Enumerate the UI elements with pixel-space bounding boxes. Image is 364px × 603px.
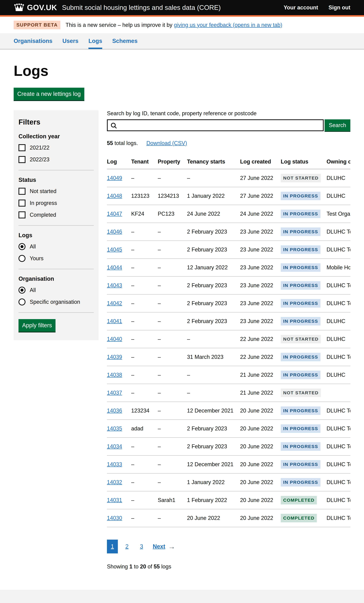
- owning-organisation-cell: [327, 384, 350, 402]
- status-badge: IN PROGRESS: [281, 263, 320, 272]
- owning-organisation-cell: DLUHC Tes: [327, 438, 350, 455]
- service-name-link[interactable]: Submit social housing lettings and sales…: [62, 4, 221, 11]
- tenancy-starts-cell: 12 December 2021: [187, 402, 240, 420]
- pagination: 123Next→: [107, 540, 350, 553]
- log-link-14036[interactable]: 14036: [107, 407, 122, 414]
- radio-organisation-specific-organisation[interactable]: Specific organisation: [19, 299, 94, 305]
- table-row: 14047KF24PC12324 June 202224 June 2022IN…: [107, 205, 350, 223]
- log-link-14039[interactable]: 14039: [107, 354, 122, 360]
- radio-input[interactable]: [19, 243, 25, 250]
- radio-input[interactable]: [19, 287, 25, 294]
- option-label: Not started: [30, 188, 56, 194]
- checkbox-collection-year-2021-22[interactable]: 2021/22: [19, 144, 94, 151]
- radio-input[interactable]: [19, 255, 25, 262]
- table-row: 14046––2 February 202323 June 2022IN PRO…: [107, 223, 350, 241]
- tenant-cell: –: [131, 277, 158, 294]
- apply-filters-button[interactable]: Apply filters: [19, 319, 56, 332]
- filter-group-label-collection-year: Collection year: [19, 133, 94, 140]
- tab-logs[interactable]: Logs: [88, 33, 102, 49]
- log-link-14048[interactable]: 14048: [107, 193, 122, 199]
- log-link-14046[interactable]: 14046: [107, 229, 122, 235]
- tenant-cell: adad: [131, 420, 158, 438]
- filters-divider: [19, 225, 94, 226]
- column-header-owning-or: Owning or: [327, 156, 350, 169]
- radio-input[interactable]: [19, 299, 25, 305]
- page-link-2[interactable]: 2: [121, 540, 132, 553]
- property-cell: –: [158, 169, 187, 187]
- next-page-link[interactable]: Next: [153, 543, 165, 550]
- checkbox-input[interactable]: [19, 188, 25, 195]
- checkbox-input[interactable]: [19, 211, 25, 218]
- log-link-14033[interactable]: 14033: [107, 461, 122, 467]
- log-link-14043[interactable]: 14043: [107, 282, 122, 289]
- your-account-link[interactable]: Your account: [284, 4, 318, 11]
- owning-organisation-cell: DLUHC Tes: [327, 294, 350, 312]
- log-link-14035[interactable]: 14035: [107, 425, 122, 432]
- page-link-3[interactable]: 3: [136, 540, 147, 553]
- log-link-14038[interactable]: 14038: [107, 372, 122, 378]
- search-input[interactable]: [108, 120, 323, 130]
- log-link-14032[interactable]: 14032: [107, 479, 122, 485]
- results-section: Search by log ID, tenant code, property …: [107, 110, 350, 575]
- log-created-cell: 20 June 2022: [240, 509, 281, 527]
- tenant-cell: –: [131, 312, 158, 330]
- tenant-cell: –: [131, 491, 158, 509]
- log-link-14037[interactable]: 14037: [107, 390, 122, 396]
- tenant-cell: –: [131, 241, 158, 259]
- sign-out-link[interactable]: Sign out: [329, 4, 350, 11]
- radio-organisation-all[interactable]: All: [19, 287, 94, 294]
- search-button[interactable]: Search: [325, 119, 350, 131]
- checkbox-input[interactable]: [19, 144, 25, 151]
- status-badge: NOT STARTED: [281, 174, 321, 182]
- checkbox-input[interactable]: [19, 200, 25, 207]
- tenant-cell: –: [131, 366, 158, 384]
- owning-organisation-cell: DLUHC: [327, 187, 350, 205]
- tenancy-starts-cell: 24 June 2022: [187, 205, 240, 223]
- radio-logs-all[interactable]: All: [19, 243, 94, 250]
- create-lettings-log-button[interactable]: Create a new lettings log: [14, 88, 84, 100]
- download-csv-link[interactable]: Download (CSV): [146, 140, 187, 146]
- log-link-14031[interactable]: 14031: [107, 497, 122, 503]
- table-row: 14044––12 January 202223 June 2022IN PRO…: [107, 259, 350, 277]
- tab-organisations[interactable]: Organisations: [14, 33, 52, 49]
- page-link-1[interactable]: 1: [107, 540, 118, 553]
- log-link-14042[interactable]: 14042: [107, 300, 122, 306]
- total-logs-text: total logs.: [113, 140, 138, 146]
- owning-organisation-cell: Mobile Hou: [327, 259, 350, 277]
- tenancy-starts-cell: 2 February 2023: [187, 438, 240, 455]
- column-header-tenant: Tenant: [131, 156, 158, 169]
- log-link-14044[interactable]: 14044: [107, 264, 122, 271]
- log-link-14030[interactable]: 14030: [107, 515, 122, 521]
- table-row: 14033––12 December 202120 June 2022IN PR…: [107, 455, 350, 473]
- property-cell: 1234213: [158, 187, 187, 205]
- checkbox-status-completed[interactable]: Completed: [19, 211, 94, 218]
- table-row: 14037–––21 June 2022NOT STARTED: [107, 384, 350, 402]
- radio-logs-yours[interactable]: Yours: [19, 255, 94, 262]
- table-row: 14043––2 February 202323 June 2022IN PRO…: [107, 277, 350, 294]
- govuk-home-link[interactable]: GOV.UK: [14, 3, 57, 12]
- tenant-cell: –: [131, 438, 158, 455]
- checkbox-collection-year-2022-23[interactable]: 2022/23: [19, 156, 94, 163]
- tenancy-starts-cell: –: [187, 330, 240, 348]
- table-row: 14042––2 February 202323 June 2022IN PRO…: [107, 294, 350, 312]
- checkbox-input[interactable]: [19, 156, 25, 163]
- option-label: Completed: [30, 212, 56, 218]
- tab-users[interactable]: Users: [62, 33, 79, 49]
- log-created-cell: 23 June 2022: [240, 277, 281, 294]
- status-badge: NOT STARTED: [281, 335, 321, 343]
- checkbox-status-not-started[interactable]: Not started: [19, 188, 94, 195]
- tab-schemes[interactable]: Schemes: [112, 33, 138, 49]
- feedback-link[interactable]: giving us your feedback (opens in a new …: [174, 22, 282, 28]
- log-created-cell: 27 June 2022: [240, 169, 281, 187]
- log-link-14049[interactable]: 14049: [107, 175, 122, 181]
- checkbox-status-in-progress[interactable]: In progress: [19, 200, 94, 207]
- log-link-14045[interactable]: 14045: [107, 246, 122, 253]
- log-link-14034[interactable]: 14034: [107, 443, 122, 450]
- tenancy-starts-cell: 2 February 2023: [187, 241, 240, 259]
- column-header-tenancy-starts: Tenancy starts: [187, 156, 240, 169]
- log-link-14047[interactable]: 14047: [107, 211, 122, 217]
- status-badge: IN PROGRESS: [281, 245, 320, 254]
- log-link-14041[interactable]: 14041: [107, 318, 122, 324]
- log-link-14040[interactable]: 14040: [107, 336, 122, 342]
- owning-organisation-cell: DLUHC Tes: [327, 402, 350, 420]
